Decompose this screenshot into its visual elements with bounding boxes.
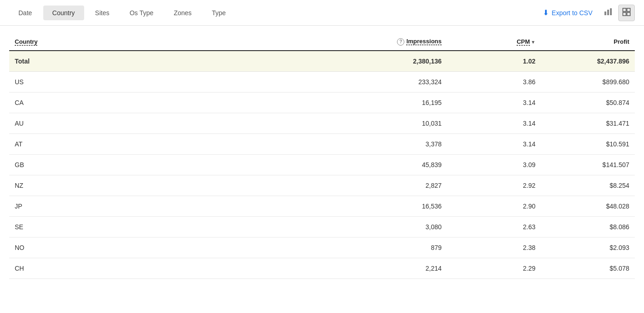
svg-rect-6: [627, 12, 630, 16]
export-csv-button[interactable]: ⬇ Export to CSV: [543, 8, 592, 17]
cell-impressions: 16,536: [353, 196, 447, 216]
grid-icon: [622, 8, 631, 18]
table-row[interactable]: SE 3,080 2.63 $8.086: [9, 216, 635, 237]
svg-rect-2: [610, 8, 612, 15]
cell-country: NO: [9, 237, 353, 258]
export-label: Export to CSV: [552, 9, 592, 17]
cell-profit: $10.591: [541, 133, 635, 154]
table-row[interactable]: JP 16,536 2.90 $48.028: [9, 196, 635, 216]
data-table: Country ?Impressions CPM ▼ Profit Total …: [9, 33, 635, 279]
table-row[interactable]: NO 879 2.38 $2.093: [9, 237, 635, 258]
cell-country: CH: [9, 258, 353, 278]
total-label: Total: [9, 51, 353, 72]
cell-cpm: 3.09: [447, 154, 541, 175]
cell-impressions: 45,839: [353, 154, 447, 175]
cell-impressions: 3,378: [353, 133, 447, 154]
cell-country: JP: [9, 196, 353, 216]
cell-impressions: 879: [353, 237, 447, 258]
grid-view-button[interactable]: [618, 5, 635, 21]
table-row[interactable]: CA 16,195 3.14 $50.874: [9, 92, 635, 113]
cell-country: GB: [9, 154, 353, 175]
table-header-row: Country ?Impressions CPM ▼ Profit: [9, 33, 635, 51]
total-profit: $2,437.896: [541, 51, 635, 72]
cell-profit: $31.471: [541, 113, 635, 133]
column-header-impressions[interactable]: ?Impressions: [353, 33, 447, 51]
cell-country: NZ: [9, 175, 353, 196]
svg-rect-0: [604, 12, 606, 15]
download-icon: ⬇: [543, 8, 549, 17]
cell-cpm: 2.38: [447, 237, 541, 258]
cell-profit: $141.507: [541, 154, 635, 175]
tab-country[interactable]: Country: [43, 6, 84, 20]
cell-profit: $8.086: [541, 216, 635, 237]
cell-profit: $8.254: [541, 175, 635, 196]
cell-profit: $5.078: [541, 258, 635, 278]
total-cpm: 1.02: [447, 51, 541, 72]
cell-cpm: 3.86: [447, 71, 541, 92]
cell-impressions: 16,195: [353, 92, 447, 113]
cell-impressions: 2,827: [353, 175, 447, 196]
table-row[interactable]: AU 10,031 3.14 $31.471: [9, 113, 635, 133]
cell-country: AT: [9, 133, 353, 154]
tab-date[interactable]: Date: [9, 6, 41, 20]
table-row[interactable]: NZ 2,827 2.92 $8.254: [9, 175, 635, 196]
tab-bar: Date Country Sites Os Type Zones Type ⬇ …: [0, 0, 644, 26]
table-row[interactable]: AT 3,378 3.14 $10.591: [9, 133, 635, 154]
table-row[interactable]: US 233,324 3.86 $899.680: [9, 71, 635, 92]
svg-rect-3: [623, 8, 626, 12]
cell-impressions: 233,324: [353, 71, 447, 92]
table-row[interactable]: GB 45,839 3.09 $141.507: [9, 154, 635, 175]
bar-chart-icon: [604, 8, 612, 18]
cell-cpm: 2.90: [447, 196, 541, 216]
cell-country: AU: [9, 113, 353, 133]
cell-country: CA: [9, 92, 353, 113]
cell-country: SE: [9, 216, 353, 237]
cell-cpm: 2.29: [447, 258, 541, 278]
view-toggle: [600, 5, 635, 21]
table-container: Country ?Impressions CPM ▼ Profit Total …: [0, 26, 644, 279]
cell-cpm: 2.92: [447, 175, 541, 196]
tabs-container: Date Country Sites Os Type Zones Type: [9, 6, 543, 20]
cpm-sort-arrow: ▼: [531, 40, 535, 45]
column-header-country[interactable]: Country: [9, 33, 353, 51]
cell-cpm: 3.14: [447, 113, 541, 133]
svg-rect-5: [623, 12, 626, 16]
cell-cpm: 3.14: [447, 92, 541, 113]
cell-profit: $2.093: [541, 237, 635, 258]
impressions-info-icon: ?: [397, 38, 404, 46]
cell-profit: $48.028: [541, 196, 635, 216]
cell-impressions: 3,080: [353, 216, 447, 237]
table-row[interactable]: CH 2,214 2.29 $5.078: [9, 258, 635, 278]
cell-impressions: 2,214: [353, 258, 447, 278]
cell-profit: $50.874: [541, 92, 635, 113]
cell-profit: $899.680: [541, 71, 635, 92]
tab-zones[interactable]: Zones: [165, 6, 201, 20]
column-header-profit[interactable]: Profit: [541, 33, 635, 51]
tab-os-type[interactable]: Os Type: [121, 6, 163, 20]
chart-view-button[interactable]: [600, 5, 616, 21]
cell-cpm: 2.63: [447, 216, 541, 237]
svg-rect-1: [607, 10, 609, 15]
column-header-cpm[interactable]: CPM ▼: [447, 33, 541, 51]
total-impressions: 2,380,136: [353, 51, 447, 72]
right-controls: ⬇ Export to CSV: [543, 5, 635, 21]
tab-sites[interactable]: Sites: [86, 6, 119, 20]
cell-country: US: [9, 71, 353, 92]
total-row: Total 2,380,136 1.02 $2,437.896: [9, 51, 635, 72]
cell-cpm: 3.14: [447, 133, 541, 154]
svg-rect-4: [627, 8, 630, 12]
cell-impressions: 10,031: [353, 113, 447, 133]
tab-type[interactable]: Type: [203, 6, 235, 20]
